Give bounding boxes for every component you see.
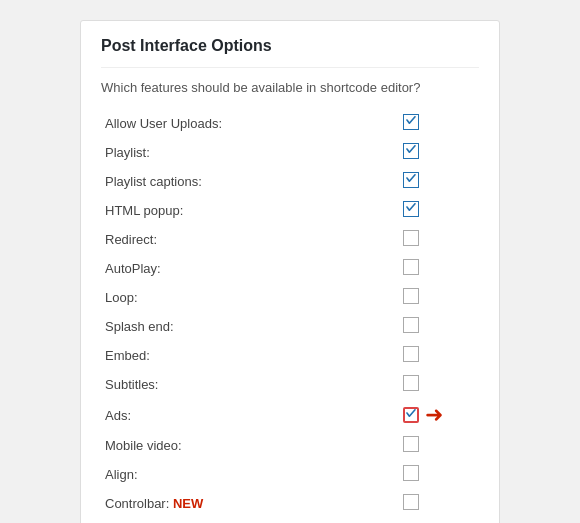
option-label-playlist: Playlist: <box>101 138 399 167</box>
option-label-align: Align: <box>101 460 399 489</box>
option-label-html-popup: HTML popup: <box>101 196 399 225</box>
option-row-embed: Embed: <box>101 341 479 370</box>
post-interface-options-panel: Post Interface Options Which features sh… <box>80 20 500 523</box>
checkbox-splash-end[interactable] <box>403 317 419 333</box>
panel-title: Post Interface Options <box>101 37 479 68</box>
option-label-controlbar: Controlbar: NEW <box>101 489 399 518</box>
option-row-allow-user-uploads: Allow User Uploads: <box>101 109 479 138</box>
option-row-controlbar: Controlbar: NEW <box>101 489 479 518</box>
option-row-mobile-video: Mobile video: <box>101 431 479 460</box>
checkbox-loop[interactable] <box>403 288 419 304</box>
checkbox-redirect[interactable] <box>403 230 419 246</box>
option-label-mobile-video: Mobile video: <box>101 431 399 460</box>
ads-arrow-icon: ➜ <box>425 404 443 426</box>
option-row-loop: Loop: <box>101 283 479 312</box>
checkbox-playlist[interactable] <box>403 143 419 159</box>
option-label-allow-user-uploads: Allow User Uploads: <box>101 109 399 138</box>
checkbox-controlbar[interactable] <box>403 494 419 510</box>
ads-checkbox-container: ➜ <box>403 404 475 426</box>
option-label-loop: Loop: <box>101 283 399 312</box>
checkbox-align[interactable] <box>403 465 419 481</box>
checkbox-embed[interactable] <box>403 346 419 362</box>
option-row-redirect: Redirect: <box>101 225 479 254</box>
panel-subtitle: Which features should be available in sh… <box>101 80 479 95</box>
checkbox-mobile-video[interactable] <box>403 436 419 452</box>
option-row-playlist: Playlist: <box>101 138 479 167</box>
option-row-html-popup: HTML popup: <box>101 196 479 225</box>
checkbox-playlist-captions[interactable] <box>403 172 419 188</box>
option-label-ads: Ads: <box>101 399 399 431</box>
option-row-splash-end: Splash end: <box>101 312 479 341</box>
option-row-ads: Ads:➜ <box>101 399 479 431</box>
checkbox-allow-user-uploads[interactable] <box>403 114 419 130</box>
option-row-playlist-captions: Playlist captions: <box>101 167 479 196</box>
option-label-playlist-captions: Playlist captions: <box>101 167 399 196</box>
option-row-align: Align: <box>101 460 479 489</box>
option-label-subtitles: Subtitles: <box>101 370 399 399</box>
option-label-redirect: Redirect: <box>101 225 399 254</box>
checkbox-autoplay[interactable] <box>403 259 419 275</box>
checkbox-ads[interactable] <box>403 407 419 423</box>
options-table: Allow User Uploads:Playlist:Playlist cap… <box>101 109 479 518</box>
option-row-autoplay: AutoPlay: <box>101 254 479 283</box>
checkbox-subtitles[interactable] <box>403 375 419 391</box>
option-label-splash-end: Splash end: <box>101 312 399 341</box>
option-row-subtitles: Subtitles: <box>101 370 479 399</box>
new-badge-controlbar: NEW <box>173 496 203 511</box>
checkbox-html-popup[interactable] <box>403 201 419 217</box>
option-label-embed: Embed: <box>101 341 399 370</box>
option-label-autoplay: AutoPlay: <box>101 254 399 283</box>
